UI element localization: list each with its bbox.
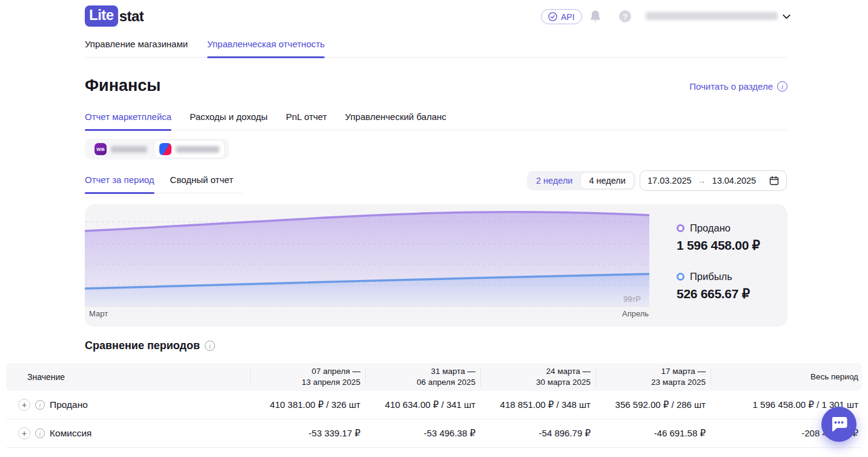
table-header-row: Значение 07 апреля — 13 апреля 2025 31 м… [6,363,862,391]
table-row-commission: + i Комиссия -53 339.17 ₽ -53 496.38 ₽ -… [6,419,862,448]
chevron-down-icon[interactable] [781,12,792,22]
cell-value: -53 496.38 ₽ [365,428,480,439]
report-type-tabs: Отчет за период Сводный отчет [85,175,242,193]
logo-stat-text: stat [119,8,144,25]
info-circle-icon[interactable]: i [205,341,215,351]
header-whole-period: Весь период [711,368,862,386]
toggle-2-weeks[interactable]: 2 недели [528,172,580,189]
x-axis-label-march: Март [89,309,108,318]
cell-value: 418 851.00 ₽ / 348 шт [480,399,595,410]
tab-management-reporting[interactable]: Управленческая отчетность [207,39,325,57]
main-nav-tabs: Управление магазинами Управленческая отч… [85,39,787,58]
header-period-4: 17 марта — 23 марта 2025 [595,368,711,386]
comparison-table: Значение 07 апреля — 13 апреля 2025 31 м… [6,363,862,448]
about-section-link[interactable]: Почитать о разделе i [689,81,787,92]
header-period-3: 24 марта — 30 марта 2025 [480,368,595,386]
finance-chart-card: 99тР Март Апрель Продано 1 596 458.00 ₽ … [85,204,787,327]
info-circle-icon[interactable]: i [35,429,45,438]
sold-legend-label: Продано [690,222,731,234]
page-title: Финансы [85,76,161,95]
cell-value: 356 592.00 ₽ / 286 шт [595,399,711,410]
tab-summary-report[interactable]: Сводный отчет [170,175,233,193]
calendar-icon [769,176,779,185]
logo-lite-block: Lite [85,5,118,27]
chat-fab-button[interactable] [821,407,856,442]
chart-legend: Продано 1 596 458.00 ₽ Прибыль 526 665.6… [677,222,760,319]
chart-right-edge-value: 99тР [606,295,641,304]
profit-legend-dot-icon [677,273,684,281]
help-icon[interactable]: ? [619,10,631,22]
about-link-label: Почитать о разделе [689,81,773,92]
period-toggle: 2 недели 4 недели [527,171,635,190]
wildberries-icon: WB [94,143,107,155]
tab-store-management[interactable]: Управление магазинами [85,39,188,57]
tab-period-report[interactable]: Отчет за период [85,175,154,193]
tab-marketplace-report[interactable]: Отчет маркетплейса [85,112,171,130]
cell-value: -53 339.17 ₽ [250,428,365,439]
info-circle-icon: i [777,81,787,92]
row-label: Продано [50,399,88,410]
store-name-blurred [111,146,147,153]
store-filter-group: WB [85,139,229,159]
cell-value: 410 381.00 ₽ / 326 шт [250,399,365,410]
sold-total-value: 1 596 458.00 ₽ [677,238,760,253]
info-circle-icon[interactable]: i [35,400,45,410]
header-period-2: 31 марта — 06 апреля 2025 [365,368,480,386]
cell-value: 410 634.00 ₽ / 341 шт [365,399,480,410]
cell-value: -54 896.79 ₽ [480,428,595,439]
app-screen: Litestat API ? Управление магазинами Упр… [0,0,868,457]
date-range-picker[interactable]: 17.03.2025 → 13.04.2025 [640,170,787,191]
table-row-sold: + i Продано 410 381.00 ₽ / 326 шт 410 63… [6,391,862,419]
api-badge-label: API [561,12,575,22]
chat-bubble-icon [830,416,848,433]
date-start: 17.03.2025 [648,176,692,185]
store-name-blurred [176,146,219,153]
toggle-4-weeks[interactable]: 4 недели [580,172,634,189]
chart-baseline [85,306,649,307]
check-circle-icon [548,12,557,21]
profit-total-value: 526 665.67 ₽ [677,287,760,301]
date-end: 13.04.2025 [712,176,757,185]
comparison-title-text: Сравнение периодов [85,339,200,352]
expand-row-button[interactable]: + [18,399,30,411]
arrow-right-icon: → [698,176,706,185]
store-chip-wildberries[interactable]: WB [90,141,152,158]
cell-value: -46 691.58 ₽ [595,428,711,439]
finance-section-tabs: Отчет маркетплейса Расходы и доходы PnL … [85,112,787,130]
row-label: Комиссия [50,428,92,439]
legend-item-profit[interactable]: Прибыль 526 665.67 ₽ [677,271,760,301]
litestat-logo[interactable]: Litestat [85,5,144,27]
legend-item-sold[interactable]: Продано 1 596 458.00 ₽ [677,222,760,253]
comparison-section-title: Сравнение периодов i [85,339,215,352]
area-chart[interactable] [85,209,649,306]
x-axis-label-april: Апрель [622,309,649,318]
ozon-icon [159,143,171,155]
user-name-blurred[interactable] [646,12,778,20]
tab-expenses-income[interactable]: Расходы и доходы [190,112,268,130]
api-badge[interactable]: API [541,9,582,24]
header-value-col: Значение [6,372,250,382]
tab-pnl-report[interactable]: PnL отчет [286,112,327,130]
bell-icon[interactable] [589,10,601,23]
profit-legend-label: Прибыль [690,271,732,282]
store-chip-ozon[interactable] [154,141,224,158]
expand-row-button[interactable]: + [18,427,30,439]
tab-management-balance[interactable]: Управленческий баланс [345,112,446,130]
sold-legend-dot-icon [677,224,684,232]
header-period-1: 07 апреля — 13 апреля 2025 [250,368,365,386]
